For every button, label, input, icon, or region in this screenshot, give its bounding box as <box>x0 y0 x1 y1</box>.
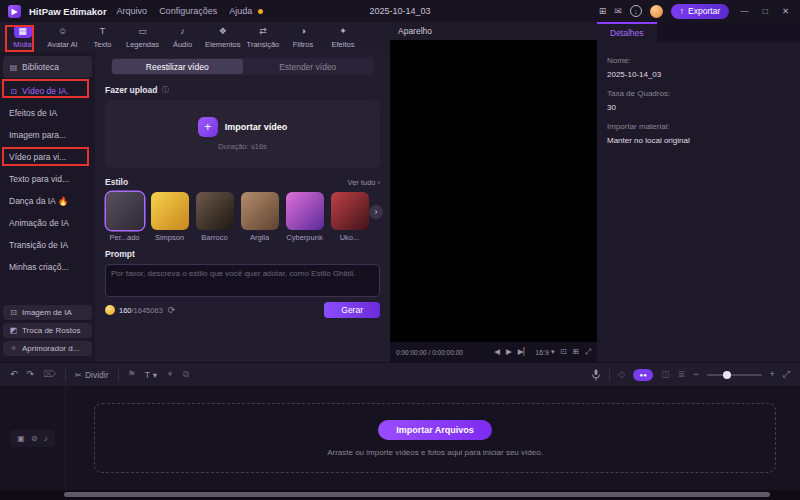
magic-tool-icon[interactable]: ✦ <box>166 370 174 379</box>
next-frame-icon[interactable]: ▶▏ <box>518 348 530 356</box>
prompt-input[interactable] <box>105 264 380 297</box>
sidebar-item-biblioteca[interactable]: ▤ Biblioteca <box>3 56 92 78</box>
zoom-slider-knob[interactable] <box>723 371 731 379</box>
style-thumbnail <box>241 192 279 230</box>
text-tool-button[interactable]: T ▾ <box>145 370 157 380</box>
sidebar-item-imagem-para[interactable]: Imagem para... <box>3 124 92 146</box>
style-thumbnail <box>151 192 189 230</box>
sidebar-item-efeitos-de-ia[interactable]: Efeitos de IA <box>3 102 92 124</box>
playback-controls: 0:00:00:00 / 0:00:00:00 ◀ ▶ ▶▏ 16:9 ▾ ⊡ … <box>390 342 597 362</box>
mode-tabs: Reestilizar vídeo Estender vídeo <box>111 58 374 75</box>
scrollbar-thumb[interactable] <box>64 492 770 497</box>
keyframe-toggle-icon[interactable]: ◇ <box>618 370 625 379</box>
user-avatar[interactable] <box>650 5 663 18</box>
tab-detalhes[interactable]: Detalhes <box>597 22 657 42</box>
tab-estender-video[interactable]: Estender vídeo <box>243 59 374 74</box>
style-item-simpson[interactable]: Simpson <box>150 192 189 242</box>
transition-icon: ⇄ <box>254 25 272 38</box>
marker-icon[interactable]: ⚑ <box>128 370 136 379</box>
download-icon[interactable]: ↓ <box>630 5 642 17</box>
import-video-plus-icon[interactable]: + <box>198 117 218 137</box>
microphone-icon[interactable] <box>591 369 601 381</box>
timeline-toolbar: ↶ ↷ ⌦ ✂ Dividir ⚑ T ▾ ✦ ⧉ ◇ ●● ◫ ≣ − + ⤢ <box>0 362 800 386</box>
scissors-icon: ✂ <box>75 370 82 380</box>
tab-elementos[interactable]: ❖ Elementos <box>203 23 242 51</box>
generate-button[interactable]: Gerar <box>324 302 380 318</box>
timeline-zoom-slider[interactable] <box>707 374 762 376</box>
menu-ajuda[interactable]: Ajuda <box>227 6 254 16</box>
style-item-cyberpunk[interactable]: Cyberpunk <box>285 192 324 242</box>
track-mute-icon[interactable]: ⊘ <box>31 434 38 443</box>
fit-timeline-icon[interactable]: ⤢ <box>783 370 790 379</box>
redo-icon[interactable]: ↷ <box>27 370 35 379</box>
refresh-icon[interactable]: ⟳ <box>168 305 176 315</box>
see-all-link[interactable]: Ver tudo › <box>348 178 380 187</box>
feedback-icon[interactable]: ✉ <box>614 7 622 16</box>
tab-reestilizar-video[interactable]: Reestilizar vídeo <box>112 59 243 74</box>
fullscreen-icon[interactable]: ⤢ <box>585 348 591 356</box>
timeline-dropzone[interactable]: Importar Arquivos Arraste ou importe víd… <box>94 403 776 473</box>
export-button[interactable]: ↑ Exportar <box>671 4 729 19</box>
menu-arquivo[interactable]: Arquivo <box>115 6 150 16</box>
elements-icon: ❖ <box>214 25 232 38</box>
sidebar-item-aprimorador[interactable]: ✧ Aprimorador d... <box>3 341 92 356</box>
style-item-barroco[interactable]: Barroco <box>195 192 234 242</box>
tab-midia[interactable]: ▦ Mídia <box>3 23 42 51</box>
layout-grid-icon[interactable]: ⊞ <box>599 7 607 16</box>
tab-texto[interactable]: T Texto <box>83 23 122 51</box>
maximize-button[interactable]: □ <box>760 6 771 16</box>
info-icon[interactable]: ⓘ <box>161 85 169 95</box>
video-viewport[interactable] <box>390 40 597 342</box>
field-value-nome: 2025-10-14_03 <box>607 70 790 79</box>
track-audio-icon[interactable]: ♪ <box>44 434 48 443</box>
zoom-in-icon[interactable]: + <box>770 370 775 379</box>
filters-icon: ◑ <box>294 25 312 38</box>
list-view-toggle-icon[interactable]: ≣ <box>678 370 686 379</box>
import-video-label: Importar vídeo <box>225 122 288 132</box>
tab-avatar-ai[interactable]: ☺ Avatar AI <box>43 23 82 51</box>
track-view-toggle-icon[interactable]: ◫ <box>661 370 670 379</box>
tab-transicao[interactable]: ⇄ Transição <box>243 23 282 51</box>
tab-audio[interactable]: ♪ Áudio <box>163 23 202 51</box>
sidebar-item-video-de-ia[interactable]: ⊡ Vídeo de IA. <box>3 80 92 102</box>
sidebar-item-video-para-video[interactable]: Vídeo para vi... <box>3 146 92 168</box>
sidebar-item-transicao-de-ia[interactable]: Transição de IA <box>3 234 92 256</box>
menu-configuracoes[interactable]: Configurações <box>157 6 219 16</box>
minimize-button[interactable]: — <box>737 6 752 16</box>
tab-efeitos[interactable]: ✦ Efeitos <box>323 23 362 51</box>
close-button[interactable]: ✕ <box>779 6 792 16</box>
ai-image-icon: ⊡ <box>9 308 18 317</box>
upload-dropzone[interactable]: + Importar vídeo Duração: ≤16s <box>105 100 380 168</box>
import-files-button[interactable]: Importar Arquivos <box>378 420 492 440</box>
split-button[interactable]: ✂ Dividir <box>75 370 109 380</box>
zoom-out-icon[interactable]: − <box>693 370 698 379</box>
style-next-button[interactable]: › <box>369 205 383 219</box>
text-tool-icon: T <box>145 370 150 380</box>
chevron-down-icon: ▾ <box>551 348 555 356</box>
sidebar-item-imagem-de-ia[interactable]: ⊡ Imagem de IA <box>3 305 92 320</box>
style-item-argila[interactable]: Argila <box>240 192 279 242</box>
media-icon: ▦ <box>14 25 32 38</box>
audio-view-toggle[interactable]: ●● <box>633 369 653 381</box>
delete-icon[interactable]: ⌦ <box>43 370 56 379</box>
previous-frame-icon[interactable]: ◀ <box>494 348 500 356</box>
crop-tool-icon[interactable]: ⧉ <box>183 370 189 379</box>
grid-overlay-icon[interactable]: ⊞ <box>573 348 579 356</box>
play-icon[interactable]: ▶ <box>506 348 512 356</box>
track-record-icon[interactable]: ▣ <box>17 434 25 443</box>
sidebar-item-danca-da-ia[interactable]: Dança da IA 🔥 <box>3 190 92 212</box>
sidebar-item-texto-para-video[interactable]: Texto para vid... <box>3 168 92 190</box>
style-item-personalizado[interactable]: Per...ado <box>105 192 144 242</box>
undo-icon[interactable]: ↶ <box>10 370 18 379</box>
tab-filtros[interactable]: ◑ Filtros <box>283 23 322 51</box>
tab-legendas[interactable]: ▭ Legendas <box>123 23 162 51</box>
snapshot-icon[interactable]: ⊡ <box>560 348 566 356</box>
sidebar-item-animacao-de-ia[interactable]: Animação de IA <box>3 212 92 234</box>
aspect-ratio-select[interactable]: 16:9 ▾ <box>535 348 554 356</box>
style-thumbnail <box>106 192 144 230</box>
style-item-ukiyo[interactable]: Uko... <box>330 192 369 242</box>
sidebar-item-minhas-criacoes[interactable]: Minhas criaçõ... <box>3 256 92 278</box>
sidebar-item-troca-de-rostos[interactable]: ◩ Troca de Rostos <box>3 323 92 338</box>
captions-icon: ▭ <box>134 25 152 38</box>
field-value-importar-material: Manter no local original <box>607 136 790 145</box>
